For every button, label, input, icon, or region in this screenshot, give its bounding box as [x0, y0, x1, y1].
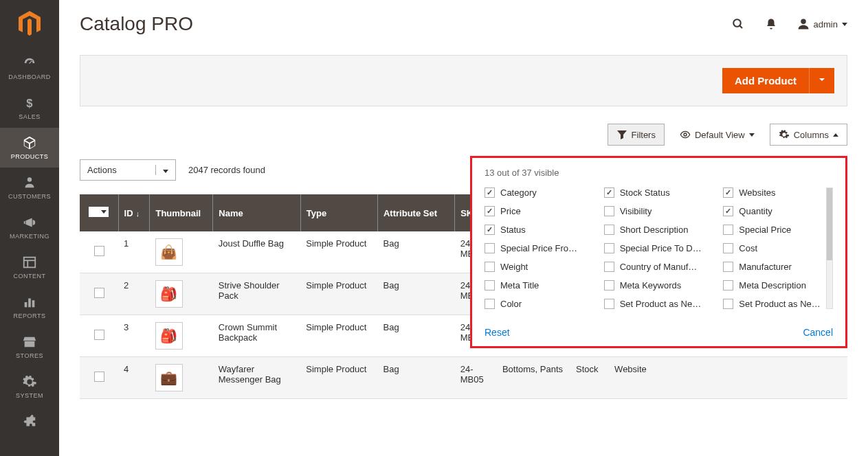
columns-reset-button[interactable]: Reset: [485, 327, 510, 338]
col-header-id[interactable]: ID↓: [118, 194, 150, 231]
column-option-quantity[interactable]: Quantity: [723, 206, 833, 216]
nav-item-marketing[interactable]: MARKETING: [0, 207, 59, 247]
checkbox-icon[interactable]: [604, 280, 614, 290]
nav-label: CONTENT: [14, 273, 46, 280]
checkbox-icon[interactable]: [723, 187, 733, 198]
svg-line-9: [739, 25, 742, 28]
nav-item-reports[interactable]: REPORTS: [0, 287, 59, 327]
cell-attribute-set: Bag: [377, 315, 454, 357]
column-option-cost[interactable]: Cost: [723, 243, 833, 253]
column-option-country-of-manuf-[interactable]: Country of Manuf…: [604, 262, 714, 272]
cell-id: 2: [118, 273, 150, 315]
col-header-attribute-set[interactable]: Attribute Set: [377, 194, 454, 231]
column-option-websites[interactable]: Websites: [723, 187, 833, 198]
checkbox-icon[interactable]: [723, 280, 733, 290]
column-option-status[interactable]: Status: [485, 225, 594, 235]
nav-item-dashboard[interactable]: DASHBOARD: [0, 48, 59, 88]
column-option-price[interactable]: Price: [485, 206, 594, 216]
checkbox-icon[interactable]: [723, 262, 733, 272]
checkbox-icon[interactable]: [604, 206, 614, 216]
col-header-thumbnail[interactable]: Thumbnail: [150, 194, 213, 231]
column-option-label: Set Product as Ne…: [620, 299, 702, 309]
actions-dropdown[interactable]: Actions: [80, 159, 176, 181]
filters-button[interactable]: Filters: [608, 124, 665, 146]
checkbox-icon[interactable]: [723, 299, 733, 309]
cell-id: 4: [118, 357, 150, 399]
column-option-manufacturer[interactable]: Manufacturer: [723, 262, 833, 272]
checkbox-icon[interactable]: [485, 262, 495, 272]
admin-sidebar: DASHBOARD$SALESPRODUCTSCUSTOMERSMARKETIN…: [0, 0, 59, 456]
column-option-set-product-as-ne-[interactable]: Set Product as Ne…: [604, 299, 714, 309]
table-row[interactable]: 4💼Wayfarer Messenger BagSimple ProductBa…: [80, 357, 847, 399]
checkbox-icon[interactable]: [604, 187, 614, 198]
checkbox-icon[interactable]: [604, 225, 614, 235]
cell-name: Crown Summit Backpack: [213, 315, 301, 357]
default-view-button[interactable]: Default View: [671, 124, 763, 145]
sort-desc-icon: ↓: [136, 209, 140, 218]
column-option-stock-status[interactable]: Stock Status: [604, 187, 714, 198]
row-checkbox[interactable]: [94, 246, 104, 256]
records-found-text: 2047 records found: [188, 165, 265, 175]
column-option-meta-description[interactable]: Meta Description: [723, 280, 833, 290]
column-option-visibility[interactable]: Visibility: [604, 206, 714, 216]
column-option-meta-title[interactable]: Meta Title: [485, 280, 594, 290]
row-checkbox[interactable]: [94, 372, 104, 382]
magento-logo[interactable]: [0, 0, 59, 48]
col-header-name[interactable]: Name: [213, 194, 301, 231]
column-option-special-price-to-d-[interactable]: Special Price To D…: [604, 243, 714, 253]
row-checkbox[interactable]: [94, 288, 104, 298]
checkbox-icon[interactable]: [604, 262, 614, 272]
box-icon: [22, 135, 37, 150]
column-option-special-price[interactable]: Special Price: [723, 225, 833, 235]
cell-name: Strive Shoulder Pack: [213, 273, 301, 315]
default-view-label: Default View: [695, 130, 745, 140]
chevron-down-icon: [163, 170, 168, 173]
cell-type: Simple Product: [300, 231, 377, 273]
column-option-color[interactable]: Color: [485, 299, 594, 309]
svg-rect-2: [24, 258, 36, 268]
thumbnail-image: 👜: [155, 238, 183, 266]
nav-item-sales[interactable]: $SALES: [0, 88, 59, 128]
column-option-short-description[interactable]: Short Description: [604, 225, 714, 235]
nav-item-stores[interactable]: STORES: [0, 327, 59, 367]
select-all-checkbox[interactable]: [89, 207, 99, 217]
checkbox-icon[interactable]: [485, 187, 495, 198]
nav-item-extensions[interactable]: [0, 407, 59, 440]
column-option-special-price-from-[interactable]: Special Price From…: [485, 243, 594, 253]
columns-scrollbar[interactable]: [826, 187, 833, 309]
nav-item-customers[interactable]: CUSTOMERS: [0, 168, 59, 207]
user-menu[interactable]: admin: [797, 18, 847, 30]
column-option-category[interactable]: Category: [485, 187, 594, 198]
checkbox-icon[interactable]: [485, 206, 495, 216]
checkbox-icon[interactable]: [485, 243, 495, 253]
column-option-meta-keywords[interactable]: Meta Keywords: [604, 280, 714, 290]
checkbox-icon[interactable]: [723, 206, 733, 216]
checkbox-icon[interactable]: [604, 243, 614, 253]
thumbnail-image: 💼: [155, 364, 183, 391]
add-product-button[interactable]: Add Product: [722, 68, 809, 93]
select-all-dropdown[interactable]: [98, 207, 109, 217]
checkbox-icon[interactable]: [485, 225, 495, 235]
col-header-type[interactable]: Type: [300, 194, 377, 231]
columns-cancel-button[interactable]: Cancel: [803, 327, 833, 338]
columns-button[interactable]: Columns: [770, 124, 847, 146]
svg-rect-6: [28, 299, 31, 308]
column-option-set-product-as-ne-[interactable]: Set Product as Ne…: [723, 299, 833, 309]
checkbox-icon[interactable]: [604, 299, 614, 309]
search-icon[interactable]: [731, 17, 745, 31]
nav-item-content[interactable]: CONTENT: [0, 247, 59, 287]
dashboard-icon: [22, 56, 37, 71]
dollar-icon: $: [22, 95, 37, 111]
column-option-weight[interactable]: Weight: [485, 262, 594, 272]
checkbox-icon[interactable]: [485, 280, 495, 290]
checkbox-icon[interactable]: [723, 225, 733, 235]
checkbox-icon[interactable]: [723, 243, 733, 253]
col-header-cb[interactable]: [80, 194, 118, 231]
checkbox-icon[interactable]: [485, 299, 495, 309]
nav-item-products[interactable]: PRODUCTS: [0, 128, 59, 168]
nav-item-system[interactable]: SYSTEM: [0, 367, 59, 407]
add-product-dropdown-toggle[interactable]: [809, 68, 834, 93]
nav-label: MARKETING: [10, 233, 49, 240]
notifications-icon[interactable]: [764, 17, 778, 31]
row-checkbox[interactable]: [94, 330, 104, 340]
